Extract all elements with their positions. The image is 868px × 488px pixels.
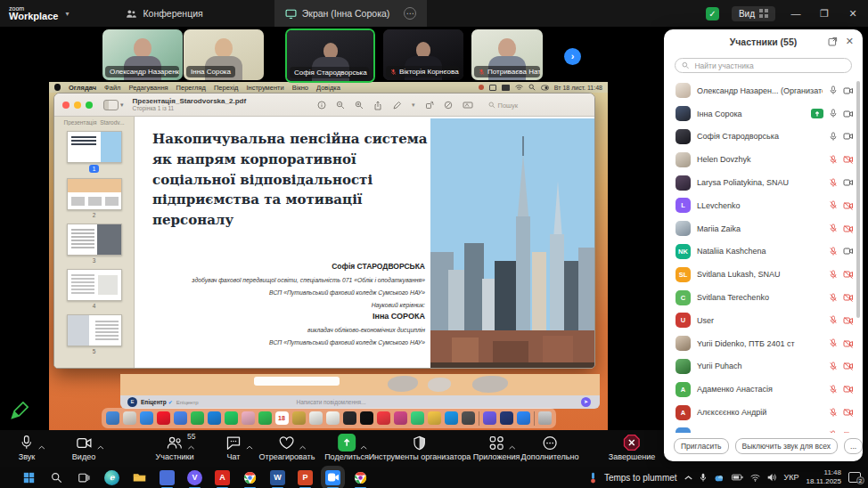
toolbar-host-button[interactable]: Инструменты организатора (369, 434, 471, 461)
menu-item[interactable]: Довідка (316, 84, 340, 92)
chevron-up-icon[interactable] (360, 437, 367, 453)
tab-conference[interactable]: Конференция (115, 0, 213, 27)
dock-app-icon[interactable] (208, 411, 221, 425)
apple-icon[interactable] (54, 84, 61, 91)
participant-search-input[interactable] (692, 61, 845, 71)
close-button[interactable]: ✕ (845, 8, 861, 20)
zoom-out-icon[interactable] (336, 101, 345, 110)
dock-app-icon[interactable] (445, 411, 458, 425)
dock-app-icon[interactable] (309, 411, 323, 425)
close-panel-icon[interactable]: ✕ (846, 36, 854, 47)
dock-app-icon[interactable] (225, 411, 238, 425)
hidden-icons-chevron[interactable] (684, 475, 692, 481)
tab-options-icon[interactable]: ⋯ (404, 7, 416, 20)
tab-screen-share[interactable]: Экран (Інна Сорока) ⋯ (274, 0, 428, 27)
annotate-pencil-icon[interactable] (10, 402, 29, 420)
weather-cloud-icon[interactable] (714, 474, 725, 482)
taskbar-start-icon[interactable] (21, 470, 37, 485)
video-thumbnail[interactable]: Вікторія Корнєова М... (383, 29, 463, 80)
highlight-icon[interactable] (463, 101, 473, 110)
rotate-icon[interactable] (425, 101, 434, 110)
taskbar-acrobat-icon[interactable]: A (215, 470, 230, 485)
page-thumbnail[interactable] (67, 178, 122, 210)
sidebar-toggle-icon[interactable] (103, 100, 119, 110)
dock-app-icon[interactable] (140, 411, 153, 425)
taskbar-chrome-profile-icon[interactable] (353, 470, 368, 485)
popout-icon[interactable] (828, 37, 838, 46)
markup-pencil-icon[interactable] (392, 101, 402, 110)
participant-search[interactable] (675, 58, 852, 73)
participant-row[interactable]: CSvitlana Terechenko (664, 286, 863, 309)
notification-center-icon[interactable]: 2 (848, 472, 861, 483)
toolbar-audio-button[interactable]: Звук (19, 434, 35, 461)
mic-tray-icon[interactable] (700, 473, 707, 483)
dock-app-icon[interactable] (258, 411, 272, 425)
toolbar-end-button[interactable]: Завершение (609, 434, 655, 461)
control-center-icon[interactable] (541, 85, 549, 91)
taskbar-task-view-icon[interactable] (77, 470, 92, 485)
toolbar-video-button[interactable]: Видео (72, 434, 95, 461)
menu-item[interactable]: Перегляд (176, 84, 206, 92)
dock-app-icon[interactable] (242, 411, 255, 425)
video-thumbnail[interactable]: Потриваєва Наталя (471, 29, 543, 80)
taskbar-zoom-icon[interactable] (325, 470, 340, 485)
restore-button[interactable]: ❐ (816, 8, 832, 20)
battery-icon[interactable] (732, 474, 743, 481)
taskbar-edge-icon[interactable]: e (104, 470, 119, 485)
menu-item[interactable]: Оглядач (69, 84, 96, 92)
taskbar-search-icon[interactable] (49, 470, 64, 485)
chevron-up-icon[interactable] (246, 437, 253, 453)
menu-item[interactable]: Вікно (292, 84, 308, 92)
participant-row[interactable]: Helen Dovzhyk (664, 148, 863, 171)
taskbar-paint3d-icon[interactable] (160, 470, 175, 485)
menu-item[interactable]: Перехід (214, 84, 239, 92)
page-thumbnail[interactable] (67, 269, 122, 301)
participant-row[interactable]: LLLevchenko (664, 194, 863, 217)
close-light[interactable] (62, 102, 70, 109)
chevron-up-icon[interactable] (509, 437, 516, 453)
display-icon[interactable] (502, 85, 510, 91)
page-thumbnail[interactable] (67, 314, 122, 346)
window-traffic-lights[interactable] (62, 102, 93, 109)
video-thumbnail[interactable]: Софія Стародворська (285, 28, 375, 83)
dock-app-icon[interactable] (123, 411, 136, 425)
dock-app-icon[interactable] (157, 411, 170, 425)
zoom-in-icon[interactable] (355, 101, 364, 110)
dock-app-icon[interactable] (326, 411, 340, 425)
language-indicator[interactable]: УКР (784, 473, 799, 482)
next-page-arrow[interactable]: › (564, 48, 581, 65)
participant-row[interactable]: Yurii Didenko, ПТБ 2401 ст (664, 332, 863, 355)
dock-app-icon[interactable] (174, 411, 187, 425)
send-button[interactable]: ➤ (581, 397, 591, 407)
chevron-up-icon[interactable] (96, 437, 103, 453)
wifi-icon[interactable] (515, 85, 523, 91)
toolbar-react-button[interactable]: Отреагировать (259, 434, 315, 461)
dock-app-icon[interactable] (191, 411, 204, 425)
dock-app-icon[interactable] (292, 411, 306, 425)
menubar-clock[interactable]: Вт 18 лист. 11:48 (554, 85, 602, 91)
participant-row[interactable]: Mariia Zaika (664, 217, 863, 240)
dock-app-icon[interactable] (462, 411, 475, 425)
dock-app-icon[interactable] (377, 411, 390, 425)
dock-app-icon[interactable] (483, 411, 496, 425)
page-thumbnail[interactable] (67, 131, 122, 163)
dock-app-icon[interactable] (343, 411, 356, 425)
toolbar-participants-button[interactable]: 55Участники (156, 434, 194, 461)
input-source-icon[interactable] (489, 85, 496, 91)
taskbar-powerpoint-icon[interactable]: P (298, 470, 313, 485)
scrollbar-thumb[interactable] (856, 81, 860, 318)
minimize-light[interactable] (74, 102, 81, 109)
thermometer-icon[interactable] (589, 472, 597, 484)
view-button[interactable]: Вид (732, 6, 775, 21)
zoom-light[interactable] (86, 102, 93, 109)
calendar-app-icon[interactable]: 18 (275, 411, 289, 425)
participant-row[interactable]: AАдаменко Анастасія (664, 378, 863, 401)
video-thumbnail[interactable]: Олександр Назаренко (102, 29, 183, 80)
spotlight-icon[interactable] (528, 84, 536, 91)
chevron-down-icon[interactable]: ▾ (65, 10, 69, 18)
wifi-icon[interactable] (750, 474, 760, 482)
chevron-up-icon[interactable] (299, 437, 307, 453)
dismiss-icon[interactable] (444, 101, 453, 110)
security-shield-icon[interactable]: ✓ (706, 7, 719, 20)
toolbar-share-button[interactable]: Поделиться (324, 434, 369, 461)
